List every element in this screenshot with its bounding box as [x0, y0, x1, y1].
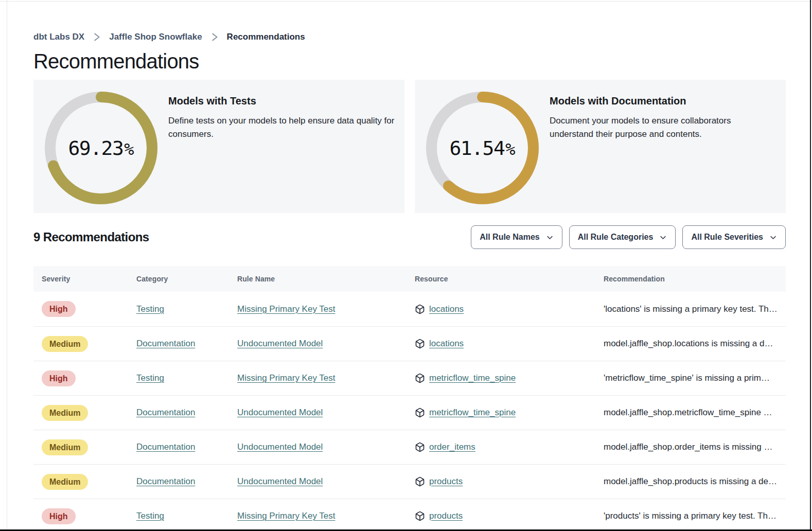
resource-cell: order_items: [407, 442, 595, 452]
card-description: Document your models to ensure collabora…: [550, 114, 771, 141]
severity-cell: Medium: [33, 439, 128, 455]
donut-percent-value: 61.54: [449, 137, 504, 160]
severity-cell: High: [33, 370, 128, 386]
recommendation-cell: model.jaffle_shop.locations is missing a…: [595, 339, 786, 349]
rule-name-link[interactable]: Missing Primary Key Test: [237, 304, 336, 314]
resource-cell: metricflow_time_spine: [407, 408, 595, 418]
breadcrumb-item-jaffle-shop-snowflake[interactable]: Jaffle Shop Snowflake: [109, 32, 202, 42]
severity-badge: Medium: [42, 439, 88, 455]
recommendation-cell: model.jaffle_shop.metricflow_time_spine …: [595, 408, 786, 418]
rule-name-link[interactable]: Missing Primary Key Test: [237, 511, 336, 521]
severity-badge: High: [42, 301, 76, 317]
card-models-with-tests: 69.23 % Models with Tests Define tests o…: [33, 80, 404, 213]
severity-badge: High: [42, 508, 76, 524]
filter-label: All Rule Severities: [691, 233, 763, 242]
card-text: Models with Tests Define tests on your m…: [168, 92, 401, 141]
model-box-icon: [415, 373, 425, 383]
resource-cell: locations: [407, 304, 595, 314]
severity-cell: Medium: [33, 336, 128, 352]
severity-cell: High: [33, 301, 128, 317]
card-description: Define tests on your models to help ensu…: [168, 114, 401, 141]
table-row: Medium Documentation Undocumented Model …: [33, 464, 786, 499]
chevron-right-icon: [209, 31, 220, 43]
table-row: Medium Documentation Undocumented Model …: [33, 430, 786, 464]
rule-name-cell: Undocumented Model: [229, 442, 407, 452]
severity-badge: Medium: [42, 474, 88, 490]
category-cell: Testing: [128, 373, 229, 383]
filter-rule-names-dropdown[interactable]: All Rule Names: [471, 225, 562, 249]
table-body: High Testing Missing Primary Key Test lo…: [33, 292, 786, 531]
column-header-category: Category: [128, 275, 229, 283]
recommendation-cell: 'products' is missing a primary key test…: [595, 511, 786, 521]
page-content: dbt Labs DX Jaffle Shop Snowflake Recomm…: [33, 0, 786, 531]
model-box-icon: [415, 476, 425, 487]
category-link[interactable]: Documentation: [136, 408, 195, 417]
rule-name-cell: Missing Primary Key Test: [229, 511, 407, 521]
category-link[interactable]: Testing: [136, 373, 164, 383]
column-header-rule-name: Rule Name: [229, 275, 407, 283]
card-models-with-documentation: 61.54 % Models with Documentation Docume…: [415, 80, 786, 213]
resource-link[interactable]: products: [429, 511, 463, 521]
recommendation-cell: 'locations' is missing a primary key tes…: [595, 304, 786, 314]
model-box-icon: [415, 511, 425, 521]
category-link[interactable]: Documentation: [136, 442, 195, 452]
resource-cell: metricflow_time_spine: [407, 373, 595, 383]
table-row: Medium Documentation Undocumented Model …: [33, 326, 786, 361]
category-cell: Documentation: [128, 408, 229, 418]
category-link[interactable]: Testing: [136, 304, 164, 314]
table-row: Medium Documentation Undocumented Model …: [33, 395, 786, 430]
resource-link[interactable]: products: [429, 476, 463, 487]
resource-link[interactable]: metricflow_time_spine: [429, 408, 516, 418]
chevron-down-icon: [659, 234, 667, 241]
filter-label: All Rule Names: [480, 233, 539, 242]
recommendations-toolbar: 9 Recommendations All Rule Names All Rul…: [33, 225, 786, 249]
chevron-right-icon: [91, 31, 102, 43]
table-header-row: Severity Category Rule Name Resource Rec…: [33, 266, 786, 292]
severity-badge: High: [42, 370, 76, 386]
rule-name-link[interactable]: Undocumented Model: [237, 442, 323, 452]
category-cell: Documentation: [128, 442, 229, 452]
severity-cell: High: [33, 508, 128, 524]
category-link[interactable]: Documentation: [136, 476, 195, 486]
category-link[interactable]: Testing: [136, 511, 164, 521]
severity-cell: Medium: [33, 474, 128, 490]
donut-percent-value: 69.23: [68, 137, 123, 160]
category-cell: Documentation: [128, 476, 229, 487]
filter-rule-categories-dropdown[interactable]: All Rule Categories: [569, 225, 676, 249]
percent-sign: %: [505, 139, 515, 159]
resource-link[interactable]: order_items: [429, 442, 475, 452]
rule-name-cell: Undocumented Model: [229, 408, 407, 418]
resource-cell: locations: [407, 339, 595, 349]
table-row: High Testing Missing Primary Key Test lo…: [33, 292, 786, 326]
category-link[interactable]: Documentation: [136, 339, 195, 348]
breadcrumb-item-dbt-labs-dx[interactable]: dbt Labs DX: [33, 32, 84, 42]
table-row: High Testing Missing Primary Key Test pr…: [33, 499, 786, 531]
model-box-icon: [415, 442, 425, 452]
recommendations-count-heading: 9 Recommendations: [33, 230, 149, 244]
severity-cell: Medium: [33, 405, 128, 421]
rule-name-cell: Missing Primary Key Test: [229, 304, 407, 314]
breadcrumb-item-recommendations: Recommendations: [227, 32, 305, 42]
donut-percent-label: 69.23 %: [45, 92, 157, 204]
card-title: Models with Tests: [168, 94, 401, 108]
model-box-icon: [415, 304, 425, 314]
donut-chart-tests: 69.23 %: [45, 92, 157, 204]
rule-name-link[interactable]: Undocumented Model: [237, 408, 323, 417]
model-box-icon: [415, 408, 425, 418]
resource-link[interactable]: metricflow_time_spine: [429, 373, 516, 383]
rule-name-link[interactable]: Missing Primary Key Test: [237, 373, 336, 383]
card-title: Models with Documentation: [550, 94, 771, 108]
resource-link[interactable]: locations: [429, 339, 464, 349]
filter-rule-severities-dropdown[interactable]: All Rule Severities: [682, 225, 786, 249]
donut-percent-label: 61.54 %: [426, 92, 539, 204]
table-row: High Testing Missing Primary Key Test me…: [33, 361, 786, 395]
recommendation-cell: model.jaffle_shop.products is missing a …: [595, 476, 786, 487]
window-right-edge: [810, 0, 811, 531]
filters: All Rule Names All Rule Categories All R…: [471, 225, 786, 249]
severity-badge: Medium: [42, 336, 88, 352]
category-cell: Testing: [128, 304, 229, 314]
rule-name-link[interactable]: Undocumented Model: [237, 339, 323, 348]
resource-link[interactable]: locations: [429, 304, 464, 314]
page-title: Recommendations: [33, 49, 786, 74]
rule-name-link[interactable]: Undocumented Model: [237, 476, 323, 486]
